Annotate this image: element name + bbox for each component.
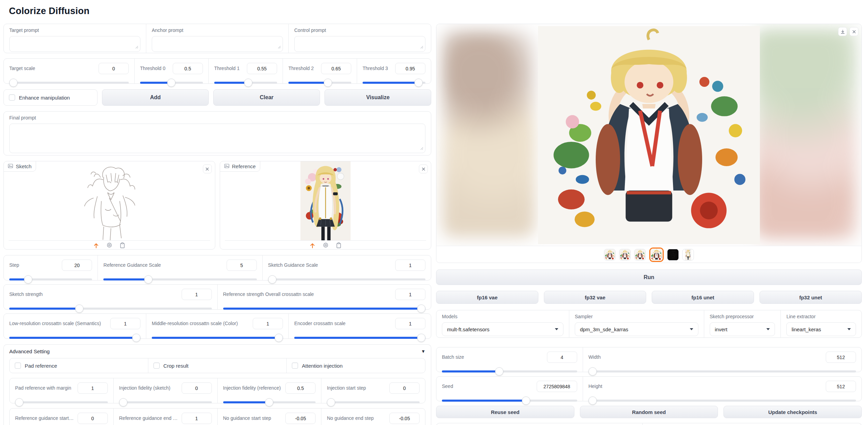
- threshold-0-input[interactable]: 0.5: [173, 63, 203, 74]
- line-extractor-dropdown[interactable]: lineart_keras: [786, 322, 856, 336]
- update-checkpoints-button[interactable]: Update checkpoints: [723, 406, 862, 418]
- width-input[interactable]: 512: [826, 352, 856, 363]
- injection-fidelity-reference-slider[interactable]: [223, 398, 316, 406]
- fp16-vae-button[interactable]: fp16 vae: [436, 291, 538, 304]
- threshold-3-input[interactable]: 0.95: [395, 63, 425, 74]
- target-scale-slider[interactable]: [9, 79, 129, 87]
- webcam-icon[interactable]: [323, 242, 329, 250]
- add-button[interactable]: Add: [102, 89, 209, 106]
- encoder-crossattn-scale-input[interactable]: 1: [395, 318, 425, 329]
- clipboard-icon[interactable]: [336, 242, 341, 250]
- seed-input[interactable]: 2725809848: [537, 381, 577, 392]
- no-guidance-end-step-input[interactable]: -0.05: [389, 413, 420, 424]
- reuse-seed-button[interactable]: Reuse seed: [436, 406, 574, 418]
- result-stage[interactable]: [436, 24, 861, 246]
- pad-reference-with-margin-slider[interactable]: [15, 398, 108, 406]
- gallery-thumbnail-6[interactable]: [682, 249, 694, 261]
- reference-strength-overall-crossattn-scale-input[interactable]: 1: [395, 289, 425, 300]
- reference-guidance-end-step-input[interactable]: 1: [182, 413, 212, 424]
- pad-reference-with-margin-input[interactable]: 1: [78, 382, 108, 394]
- resize-grip-icon[interactable]: [278, 44, 281, 50]
- checkbox-icon[interactable]: [9, 94, 15, 101]
- step-slider[interactable]: [9, 275, 92, 284]
- target-scale-input[interactable]: 0: [99, 63, 129, 74]
- threshold-2-input[interactable]: 0.65: [321, 63, 351, 74]
- batch-size-slider[interactable]: [442, 367, 577, 376]
- sketch-panel[interactable]: Sketch: [3, 161, 215, 250]
- height-input[interactable]: 512: [826, 381, 856, 392]
- fp32-unet-button[interactable]: fp32 unet: [760, 291, 862, 304]
- sketch-preprocessor-dropdown[interactable]: invert: [710, 322, 775, 336]
- webcam-icon[interactable]: [106, 242, 112, 250]
- sketch-strength-input[interactable]: 1: [182, 289, 212, 300]
- no-guidance-start-step-input[interactable]: -0.05: [285, 413, 316, 424]
- resize-grip-icon[interactable]: [135, 44, 138, 50]
- resize-grip-icon[interactable]: [420, 44, 423, 50]
- upload-icon[interactable]: [310, 242, 315, 250]
- gallery-thumbnail-3[interactable]: [634, 249, 646, 261]
- clear-button[interactable]: Clear: [213, 89, 320, 106]
- crop-result-checkbox[interactable]: Crop result: [148, 358, 287, 373]
- upload-icon[interactable]: [93, 242, 99, 250]
- checkbox-icon[interactable]: [153, 363, 160, 369]
- random-seed-button[interactable]: Random seed: [580, 406, 718, 418]
- seed-slider[interactable]: [442, 397, 577, 405]
- gallery-thumbnail-1[interactable]: [604, 249, 616, 261]
- threshold-2-slider[interactable]: [288, 79, 351, 87]
- reference-panel[interactable]: Reference: [220, 161, 432, 250]
- advanced-setting-header[interactable]: Advanced Setting ▼: [4, 345, 431, 357]
- result-image[interactable]: [538, 26, 760, 244]
- injection-fidelity-sketch-input[interactable]: 0: [182, 382, 212, 394]
- gallery-thumbnail-2[interactable]: [619, 249, 631, 261]
- clipboard-icon[interactable]: [120, 242, 125, 250]
- reference-strength-overall-crossattn-scale-slider[interactable]: [223, 305, 426, 313]
- sketch-guidance-scale-input[interactable]: 1: [395, 260, 425, 271]
- gallery-thumbnail-4[interactable]: [649, 248, 664, 262]
- reference-guidance-scale-input[interactable]: 5: [227, 260, 257, 271]
- reference-guidance-start-step-input[interactable]: 0: [78, 413, 108, 424]
- height-slider[interactable]: [589, 397, 856, 405]
- injection-fidelity-reference-input[interactable]: 0.5: [285, 382, 316, 394]
- threshold-0-slider[interactable]: [140, 79, 203, 87]
- target-prompt-input[interactable]: [9, 36, 140, 52]
- attention-injection-checkbox[interactable]: Attention injection: [286, 358, 425, 373]
- injection-start-step-slider[interactable]: [327, 398, 420, 406]
- threshold-1-slider[interactable]: [214, 79, 277, 87]
- fp16-unet-button[interactable]: fp16 unet: [652, 291, 754, 304]
- close-icon[interactable]: [849, 27, 858, 36]
- enhance-manipulation-checkbox[interactable]: Enhance manipulation: [3, 89, 98, 106]
- sketch-image[interactable]: [4, 161, 215, 249]
- fp32-vae-button[interactable]: fp32 vae: [544, 291, 646, 304]
- injection-fidelity-sketch-slider[interactable]: [119, 398, 212, 406]
- control-prompt-input[interactable]: [294, 36, 425, 52]
- checkbox-icon[interactable]: [15, 363, 21, 369]
- threshold-3-slider[interactable]: [363, 79, 425, 87]
- final-prompt-input[interactable]: [9, 124, 425, 153]
- width-slider[interactable]: [589, 367, 856, 376]
- clear-reference-button[interactable]: [419, 164, 428, 173]
- pad-reference-checkbox[interactable]: Pad reference: [10, 358, 148, 373]
- low-resolution-crossattn-scale-semantics-slider[interactable]: [9, 334, 140, 342]
- sampler-dropdown[interactable]: dpm_3m_sde_karras: [575, 322, 698, 336]
- batch-size-input[interactable]: 4: [547, 352, 577, 363]
- injection-start-step-input[interactable]: 0: [389, 382, 420, 394]
- checkbox-icon[interactable]: [292, 363, 298, 369]
- middle-resolution-crossattn-scale-color-input[interactable]: 1: [253, 318, 283, 329]
- step-input[interactable]: 20: [62, 260, 92, 271]
- sketch-guidance-scale-slider[interactable]: [268, 275, 425, 284]
- threshold-1-input[interactable]: 0.55: [247, 63, 277, 74]
- download-icon[interactable]: [838, 27, 847, 36]
- visualize-button[interactable]: Visualize: [324, 89, 431, 106]
- low-resolution-crossattn-scale-semantics-input[interactable]: 1: [110, 318, 140, 329]
- anchor-prompt-input[interactable]: [152, 36, 283, 52]
- models-dropdown[interactable]: mult-ft.safetensors: [442, 322, 563, 336]
- middle-resolution-crossattn-scale-color-slider[interactable]: [152, 334, 283, 342]
- resize-grip-icon[interactable]: [420, 145, 423, 151]
- sketch-strength-slider[interactable]: [9, 305, 212, 313]
- gallery-thumbnail-5[interactable]: [667, 249, 679, 261]
- reference-image[interactable]: [220, 161, 431, 249]
- reference-guidance-scale-slider[interactable]: [103, 275, 256, 284]
- run-button[interactable]: Run: [436, 269, 862, 285]
- clear-sketch-button[interactable]: [203, 164, 212, 173]
- encoder-crossattn-scale-slider[interactable]: [294, 334, 425, 342]
